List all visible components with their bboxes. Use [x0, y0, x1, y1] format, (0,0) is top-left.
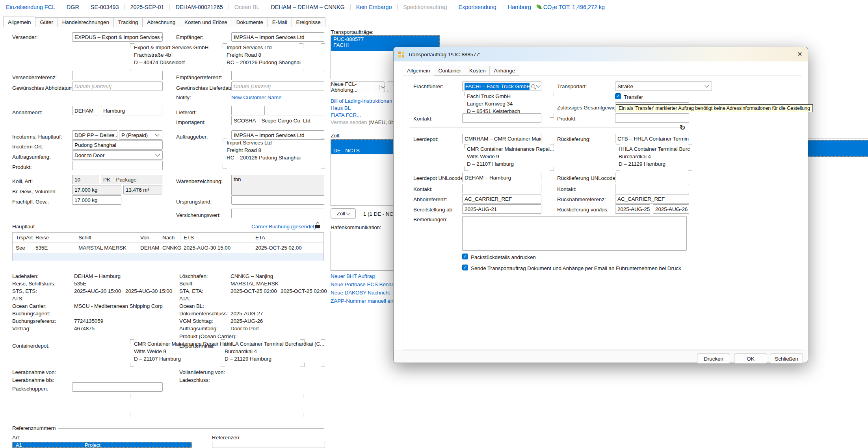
col-trspart[interactable]: TrspArt	[13, 234, 32, 241]
bereitstellung-field[interactable]: 2025-AUG-21	[462, 204, 541, 214]
tab-dokumente[interactable]: Dokumente	[232, 17, 268, 27]
incoterms-label: Incoterms, Hauptlauf:	[12, 134, 62, 140]
tab-ereignisse[interactable]: Ereignisse	[292, 17, 325, 27]
auftraggeber-field[interactable]: IMPSHA – Import Services Ltd	[231, 130, 324, 140]
schliessen-button[interactable]: Schließen	[770, 354, 803, 364]
co2-total[interactable]: CO₂e TOT: 1,496,272 kg	[537, 4, 605, 10]
col-von[interactable]: Von	[137, 234, 159, 241]
vermas-senden-link: Vermas senden (MAEU, übert	[331, 119, 400, 125]
leerdepot-unlocode-label: Leerdepot UNLocode:	[413, 175, 465, 181]
dialog-tab-anhaenge[interactable]: Anhänge	[490, 66, 519, 76]
sende-email-checkbox[interactable]: ✓	[462, 265, 468, 270]
transportart-dropdown[interactable]: Straße	[615, 81, 712, 91]
ruecklieferung-unlocode-field[interactable]	[615, 173, 689, 182]
kontakt2-left-field[interactable]	[462, 184, 541, 193]
dialog-tab-kosten[interactable]: Kosten	[465, 66, 490, 76]
fiata-fcr-link[interactable]: FIATA FCR...	[331, 112, 361, 118]
referenzen-field[interactable]	[212, 442, 325, 448]
dialog-tab-allgemein[interactable]: Allgemein	[403, 65, 434, 76]
search-icon[interactable]	[531, 84, 535, 88]
leerdepot-field[interactable]: CMRHAM – CMR Container Mainten	[462, 134, 541, 143]
carrier-buchung-link[interactable]: Carrier Buchung (gesendet)	[251, 224, 316, 230]
ruecklieferung-von-field[interactable]: 2025-AUG-25	[615, 204, 650, 214]
importagent-label: Importagent:	[176, 119, 206, 125]
packstueckdetails-checkbox[interactable]: ✓	[462, 254, 468, 259]
col-eta[interactable]: ETA	[252, 234, 323, 241]
sende-email-label: Sende Transportauftrag Dokument und Anhä…	[471, 265, 681, 271]
haus-bl-link[interactable]: Haus BL	[331, 105, 351, 111]
kontakt-field[interactable]	[462, 113, 541, 123]
empfaengerreferenz-field[interactable]	[231, 71, 324, 80]
neue-dakosy-link[interactable]: Neue DAKOSY-Nachricht	[331, 290, 390, 296]
tab-abrechnung[interactable]: Abrechnung	[143, 17, 180, 27]
dialog-titlebar[interactable]: Transportauftrag 'PUC-888577'	[394, 47, 808, 61]
leerdepot-unlocode-field[interactable]: DEHAM – Hamburg	[462, 173, 541, 182]
auftragsumfang-dropdown[interactable]: Door to Door	[72, 150, 163, 160]
incoterm-ort-field[interactable]: Pudong Shanghai	[72, 140, 163, 150]
ok-button[interactable]: OK	[734, 354, 767, 364]
lieferort-name-field[interactable]	[267, 106, 324, 115]
referenz-art-list[interactable]: A1 Project	[12, 442, 192, 448]
close-icon[interactable]: ×	[797, 49, 802, 59]
tab-email[interactable]: E-Mail	[268, 17, 292, 27]
table-empty-row[interactable]	[13, 253, 323, 261]
empfaenger-field[interactable]: IMPSHA – Import Services Ltd	[231, 32, 324, 42]
annahmeort-name-field[interactable]: Hamburg	[101, 106, 162, 115]
prepaid-dropdown[interactable]: P (Prepaid)	[119, 130, 162, 140]
zapp-nummer-link[interactable]: ZAPP-Nummer manuell einge	[331, 298, 400, 304]
buchungsreferenz-value: 7724135059	[74, 318, 103, 324]
incoterms-dropdown[interactable]: DDP PP – Delive...	[72, 130, 117, 140]
col-reise[interactable]: Reise	[32, 234, 75, 241]
frachtfuehrer-combo[interactable]: FACHI – Fachi Truck GmbH	[462, 81, 541, 91]
ruecknahmereferenz-field[interactable]: AC_CARRIER_REF	[615, 194, 689, 204]
transfer-checkbox[interactable]: ✓	[615, 93, 621, 99]
table-row[interactable]: See 535E MARSTAL MAERSK DEHAM CNNKG 2025…	[13, 243, 323, 253]
ocean-carrier-value: MSCU - Mediterranean Shipping Corp	[74, 303, 163, 309]
abholreferenz-field[interactable]: AC_CARRIER_REF	[462, 194, 541, 204]
bl-instructions-link[interactable]: Bill of Lading-Instruktionen (M	[331, 98, 400, 104]
modal-produkt-field[interactable]	[615, 113, 689, 123]
drucken-button[interactable]: Drucken	[697, 354, 730, 364]
chevron-down-icon[interactable]	[536, 83, 540, 87]
bemerkungen-textarea[interactable]	[462, 216, 687, 251]
versender-field[interactable]: EXPDUS – Export & Import Services GmbH	[72, 32, 163, 42]
frachtpfl-field[interactable]: 17.000 kg	[72, 195, 121, 205]
ursprungsland-field[interactable]	[231, 195, 324, 205]
annahmeort-code-field[interactable]: DEHAM	[72, 106, 99, 115]
tab-gueter[interactable]: Güter	[35, 17, 58, 27]
tab-handelsrechnungen[interactable]: Handelsrechnungen	[58, 17, 114, 27]
tab-allgemein[interactable]: Allgemein	[3, 17, 35, 27]
col-ets[interactable]: ETS	[180, 234, 252, 241]
col-schiff[interactable]: Schiff	[75, 234, 137, 241]
refresh-icon[interactable]: ↻	[680, 124, 685, 132]
lieferdatum-field[interactable]	[231, 81, 324, 91]
breadcrumb-hamburg[interactable]: Hamburg	[508, 4, 531, 10]
breadcrumb-date: 2025-SEP-01	[130, 4, 164, 10]
list-item-a1-project[interactable]: A1 Project	[13, 442, 191, 448]
breadcrumb-shipment-type[interactable]: Einzelsendung FCL	[6, 4, 55, 10]
lieferort-code-field[interactable]	[231, 106, 265, 115]
dialog-tab-container[interactable]: Container	[434, 66, 465, 76]
vgm-stichtag-value: 2025-AUG-26	[230, 318, 263, 324]
abholdatum-field[interactable]	[72, 81, 163, 91]
empfaenger-label: Empfänger:	[176, 34, 203, 40]
breadcrumb-embargo[interactable]: Kein Embargo	[356, 4, 392, 10]
kontakt2-right-field[interactable]	[615, 184, 689, 193]
ladehafen-label: Ladehafen:	[12, 273, 39, 279]
produkt-field[interactable]	[72, 161, 163, 170]
kolli-label: Kolli, Art:	[12, 178, 33, 184]
neuer-bht-auftrag-link[interactable]: Neuer BHT Auftrag	[331, 273, 375, 279]
zoll-dropdown-button[interactable]: Zoll	[331, 208, 356, 219]
packschuppen-field[interactable]	[72, 382, 163, 392]
tab-kosten-erloese[interactable]: Kosten und Erlöse	[180, 17, 232, 27]
versenderreferenz-field[interactable]	[72, 71, 163, 80]
versicherungswert-field[interactable]	[231, 209, 324, 218]
importagent-field[interactable]: SCOSHA – Scope Cargo Co. Ltd.	[231, 116, 324, 125]
ruecklieferung-field[interactable]: CTB – HHLA Container Terminal Bur	[615, 134, 689, 143]
notify-link[interactable]: New Customer Name	[231, 94, 281, 100]
tab-tracking[interactable]: Tracking	[114, 17, 143, 27]
ruecklieferung-bis-field[interactable]: 2025-AUG-26	[653, 204, 689, 214]
col-nach[interactable]: Nach	[159, 234, 180, 241]
breadcrumb-exportsendung[interactable]: Exportsendung	[459, 4, 496, 10]
new-fcl-pickup-button[interactable]: Neue FCL-Abholung... |	[331, 81, 385, 92]
